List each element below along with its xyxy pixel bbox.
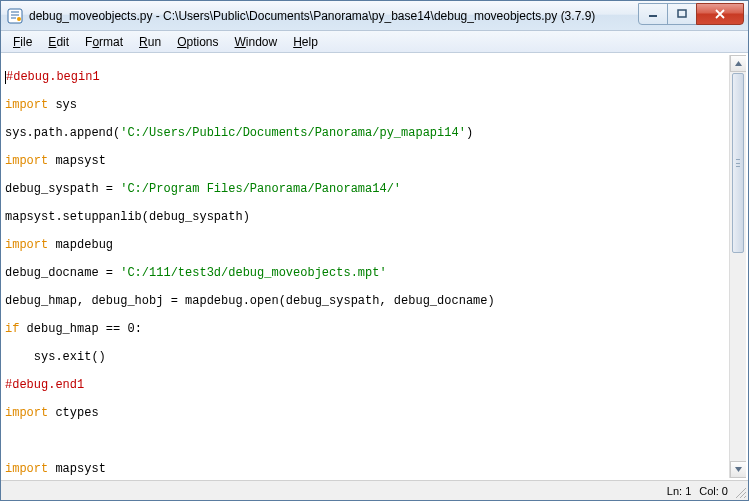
menu-run[interactable]: Run xyxy=(131,33,169,51)
titlebar[interactable]: debug_moveobjects.py - C:\Users\Public\D… xyxy=(1,1,748,31)
svg-rect-0 xyxy=(8,9,22,23)
menu-format[interactable]: Format xyxy=(77,33,131,51)
menubar: File Edit Format Run Options Window Help xyxy=(1,31,748,53)
editor-area: #debug.begin1 import sys sys.path.append… xyxy=(1,53,748,480)
menu-file[interactable]: File xyxy=(5,33,40,51)
scroll-up-button[interactable] xyxy=(730,55,747,72)
scroll-thumb[interactable] xyxy=(732,73,744,253)
code-editor[interactable]: #debug.begin1 import sys sys.path.append… xyxy=(3,55,729,478)
status-col: Col: 0 xyxy=(699,485,728,497)
app-icon xyxy=(7,8,23,24)
idle-window: debug_moveobjects.py - C:\Users\Public\D… xyxy=(0,0,749,501)
menu-edit[interactable]: Edit xyxy=(40,33,77,51)
scroll-down-button[interactable] xyxy=(730,461,747,478)
svg-line-6 xyxy=(744,496,746,498)
resize-grip[interactable] xyxy=(733,485,747,499)
menu-window[interactable]: Window xyxy=(227,33,286,51)
close-button[interactable] xyxy=(696,3,744,25)
minimize-button[interactable] xyxy=(638,3,668,25)
menu-help[interactable]: Help xyxy=(285,33,326,51)
vertical-scrollbar[interactable] xyxy=(729,55,746,478)
status-line: Ln: 1 xyxy=(667,485,691,497)
window-title: debug_moveobjects.py - C:\Users\Public\D… xyxy=(29,9,639,23)
window-controls xyxy=(639,3,744,25)
svg-point-1 xyxy=(17,17,21,21)
svg-rect-3 xyxy=(678,10,686,17)
menu-options[interactable]: Options xyxy=(169,33,226,51)
code-line: #debug.begin1 xyxy=(6,70,100,84)
statusbar: Ln: 1 Col: 0 xyxy=(1,480,748,500)
maximize-button[interactable] xyxy=(667,3,697,25)
